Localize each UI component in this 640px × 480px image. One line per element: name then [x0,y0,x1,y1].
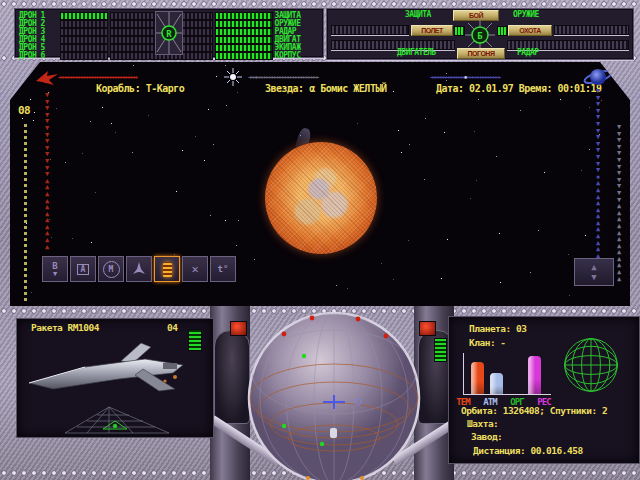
move-cross-icon: ✕ [191,265,198,274]
sun-icon [224,68,242,86]
space-viewport: ◄◄◄◄◄◄◄◄◄◄◄◄◄◄◄◄◄◄◄◄◄◄◄◄◄◄◄◄◄◄ Корабль: … [10,62,630,306]
planet-data-screen: Планета: 03 Клан: - ТЕМ АТМ ОРГ РЕС Орб [448,316,640,464]
planet-stats-chart [463,353,551,395]
terrain-wireframe [57,401,187,435]
datetime-label: Дата: 02.01.97 Время: 00:01:19 [436,83,602,94]
led-strip [331,25,409,35]
thruster-icon [163,262,172,277]
chip-a-icon: A [77,264,90,275]
blue-arrow-column: ▼ ▼ ▼ ▼ ▼ ▼ ▼ ▼ ▼ ▼ ▼ ▼ ▼ ▪ ▲ ▲ ▲ ▲ ▲ ▲ … [593,88,603,266]
defense-label: ЗАЩИТА [405,11,431,18]
ship-icon [131,261,147,277]
led-bar [60,36,108,44]
up-arrow-icon: ▲ [591,262,596,272]
command-toolbar: B ▼ A M ✕ t° [42,256,236,282]
led-bar [215,36,273,44]
radar-label: РАДАР [517,49,539,56]
led-bar [60,20,108,28]
red-arrow-column: ▼ ▼ ▼ ▼ ▼ ▼ ▼ ▼ ▼ ▼ ▼ ▼ ▼ ▲ ▲ ▲ ▲ ▲ ▲ ▲ … [42,92,52,250]
led-bar [215,52,273,60]
mine-label: Шахта: [467,418,498,429]
red-lamp-left [230,321,247,336]
down-arrow-icon: ▼ [53,271,57,277]
drone-label: ДРОН 4 [19,36,58,43]
distance-label: Дистанция: 00.016.458 [473,445,583,456]
red-arrow-row: ◄◄◄◄◄◄◄◄◄◄◄◄◄◄◄◄◄◄◄◄◄◄◄◄◄◄◄◄◄◄ [58,73,136,81]
chart-bar-res [528,356,541,394]
drone-label: ДРОН 1 [19,12,58,19]
led-quad [497,26,508,36]
clan-label: Клан: - [469,337,506,348]
r-emblem-icon: R [156,12,182,54]
svg-text:Б: Б [477,31,483,41]
move-cross-button[interactable]: ✕ [182,256,208,282]
radar-dome [246,310,422,480]
blue-arrows-right: ►►►►►►►►►►►►► [467,73,501,80]
system-label: ЭКИПАЖ [275,44,319,51]
ship-view-button[interactable] [126,256,152,282]
game-cockpit-screen: ДРОН 1 ЗАЩИТА ДРОН 2 ОРУЖИЕ ДРОН 3 РАДАР [0,0,640,480]
frame-rivets-top [0,0,640,8]
planet-label: Планета: 03 [469,323,526,334]
flight-button[interactable]: ПОЛЕТ [411,25,453,36]
drone-label: ДРОН 5 [19,44,58,51]
altitude-updown-button[interactable]: ▲ ▼ [574,258,614,286]
ship-name-label: Корабль: Т-Карго [96,83,184,94]
target-m-icon: M [103,261,120,278]
led-strip [331,40,455,50]
rocket-title: Ракета RM1004 [31,322,99,333]
led-bar [215,20,273,28]
star-name-label: Звезда: α Бомис ЖЕЛТЫЙ [265,83,386,94]
led-bar [60,28,108,36]
ship-marker-icon [34,67,60,87]
planet-bomis[interactable] [265,142,377,254]
left-gauge-label: 08 [18,104,30,117]
chip-a-button[interactable]: A [70,256,96,282]
led-bar [60,44,108,52]
gray-arrow-row: ◄◄◄►►►►►►►►►►►►►►►►►►►►►►►► [248,73,319,81]
led-bar [215,12,273,20]
system-label: КОРПУС [275,52,319,59]
seat-left [214,330,250,424]
system-label: РАДАР [275,28,319,35]
r-emblem-button[interactable]: R [155,11,183,55]
led-quad [454,26,465,36]
drone-label: ДРОН 2 [19,20,58,27]
chart-bar-tem [471,362,484,394]
left-dash-gauge [24,124,27,304]
temperature-button[interactable]: t° [210,256,236,282]
drone-status-panel: ДРОН 1 ЗАЩИТА ДРОН 2 ОРУЖИЕ ДРОН 3 РАДАР [14,8,324,58]
chase-button[interactable]: ПОГОНЯ [457,48,505,59]
rocket-count: 04 [167,322,177,333]
temperature-icon: t° [218,265,229,274]
drone-label: ДРОН 3 [19,28,58,35]
blue-arrow-row: ◄◄◄◄◄◄◄◄◄◄◄◄◄▪►►►►►►►►►►►►► [430,73,501,81]
radar-dome-display [246,310,422,480]
system-label: ДВИГАТ [275,36,319,43]
b-eject-button[interactable]: B ▼ [42,256,68,282]
orbit-label: Орбита: 1326408; Спутники: 2 [461,405,607,416]
hunt-button[interactable]: ОХОТА [508,25,552,36]
system-label: ЗАЩИТА [275,12,319,19]
gray-arrow-column: ▼ ▼ ▼ ▼ ▼ ▼ ▼ ▼ ▼ ▼ ▼ ▼ ▲ ▲ ▲ ▲ ▲ ▲ ▲ ▲ … [614,124,624,282]
chart-bar-atm [490,373,503,394]
planet-globe-icon[interactable] [561,335,621,395]
thruster-button[interactable] [154,256,180,282]
svg-text:R: R [166,29,172,39]
rocket-model[interactable] [25,337,195,403]
rocket-screen: Ракета RM1004 04 [16,318,214,438]
system-label: ОРУЖИЕ [275,20,319,27]
drone-label: ДРОН 6 [19,52,58,59]
led-bar [60,12,108,20]
b-emblem-icon: Б [465,20,495,50]
down-arrow-icon: ▼ [591,272,596,282]
target-m-button[interactable]: M [98,256,124,282]
factory-label: Завод: [471,431,502,442]
planet-marker-icon [582,65,614,89]
led-strip [554,25,629,35]
led-bar [215,28,273,36]
engine-label: ДВИГАТЕЛЬ [397,49,436,56]
blue-arrows-left: ◄◄◄◄◄◄◄◄◄◄◄◄◄ [430,73,464,80]
green-led-right [434,338,447,362]
led-bar [60,52,108,60]
